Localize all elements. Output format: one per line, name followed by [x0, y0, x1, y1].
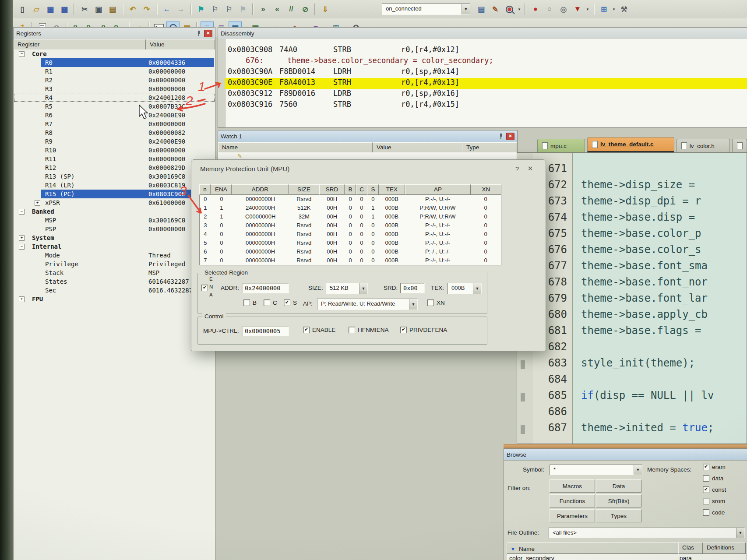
code-line-671[interactable]: 671 — [517, 162, 747, 179]
mpu-region-row-0[interactable]: 0000000000HRsrvd00H000000BP:-/-, U:-/-0 — [200, 195, 501, 204]
mpu-region-row-2[interactable]: 21C0000000H32M00H001000BP:R/W, U:R/W0 — [200, 212, 501, 221]
code-line-677[interactable]: 677 theme->base.font_sma — [517, 260, 747, 276]
collapse-icon[interactable]: − — [19, 244, 25, 250]
mpu-region-row-3[interactable]: 3000000000HRsrvd00H000000BP:-/-, U:-/-0 — [200, 221, 501, 230]
edit-brush-icon[interactable]: ✎ — [489, 3, 502, 16]
mpu-region-row-5[interactable]: 5000000000HRsrvd00H000000BP:-/-, U:-/-0 — [200, 239, 501, 247]
memspace-code-checkbox[interactable]: code — [703, 509, 725, 516]
code-line-680[interactable]: 680 theme->base.apply_cb — [517, 308, 747, 324]
register-row-States[interactable]: States60164632287 — [14, 277, 215, 286]
file-outline-combo[interactable]: <all files> ▼ — [549, 528, 745, 538]
tex-combo[interactable]: 000B ▼ — [447, 283, 482, 294]
control-privdefena-checkbox[interactable]: ✔PRIVDEFENA — [400, 327, 447, 333]
region-enable-checkbox[interactable]: ✔ — [201, 285, 208, 291]
disassembly-line[interactable]: 0x0803C912F89D0016LDRBr0,[sp,#0x16] — [225, 89, 747, 100]
flag-c-checkbox[interactable]: C — [264, 299, 277, 306]
editor-code-area[interactable]: 671 672 theme->disp_size = 673 theme->di… — [517, 152, 747, 444]
options-icon[interactable]: ▤ — [475, 3, 488, 16]
disassembly-source-line[interactable]: 676:theme->base.color_secondary = color_… — [225, 56, 747, 67]
indent-right-icon[interactable]: » — [257, 3, 270, 16]
close-icon[interactable]: ✕ — [506, 133, 514, 140]
register-row-R13-SP[interactable]: R13 (SP)0x300169C8 — [14, 172, 215, 181]
save-all-icon[interactable]: ▩ — [58, 3, 71, 16]
code-line-683[interactable]: 683 style_init(theme); — [517, 357, 747, 373]
memspace-srom-checkbox[interactable]: srom — [703, 498, 725, 504]
code-line-673[interactable]: 673 theme->disp_dpi = r — [517, 195, 747, 211]
register-row-R1[interactable]: R10x00000000 — [14, 67, 215, 76]
register-row-Internal[interactable]: −Internal — [14, 242, 215, 251]
comment-icon[interactable]: // — [285, 3, 298, 16]
register-row-R12[interactable]: R120x0000829D — [14, 163, 215, 172]
code-line-687[interactable]: 687 theme->inited = true; — [517, 422, 747, 438]
register-row-xPSR[interactable]: +xPSR0x61000000 — [14, 198, 215, 207]
disassembly-line[interactable]: ►0x0803C90EF8A40013STRHr0,[r4,#0x13] — [225, 78, 747, 89]
close-icon[interactable]: ✕ — [524, 165, 537, 173]
tab-lv_theme_default-c[interactable]: lv_theme_default.c — [587, 137, 674, 152]
bookmark-prev-icon[interactable]: ⚐ — [208, 3, 222, 16]
copy-icon[interactable]: ▣ — [92, 3, 105, 16]
mpu-dialog-titlebar[interactable]: Memory Protection Unit (MPU) ? ✕ — [191, 160, 546, 177]
close-icon[interactable]: ✕ — [204, 30, 212, 37]
tools-wrench-icon[interactable]: ⚒ — [617, 3, 631, 16]
register-row-R6[interactable]: R60x24000E90 — [14, 111, 215, 120]
collapse-icon[interactable]: − — [19, 51, 25, 57]
chevron-down-icon[interactable]: ▼ — [462, 4, 470, 14]
register-row-MSP[interactable]: MSP0x300169C8 — [14, 216, 215, 225]
expand-icon[interactable]: + — [19, 296, 25, 302]
register-row-Mode[interactable]: ModeThread — [14, 251, 215, 260]
target-select[interactable]: on_connected ▼ — [382, 4, 470, 15]
register-row-System[interactable]: +System — [14, 233, 215, 242]
browse-definitions-column[interactable]: Definitions — [703, 542, 746, 554]
disassembly-view[interactable]: 0x0803C90874A0STRBr0,[r4,#0x12]676:theme… — [218, 39, 747, 127]
mpu-region-row-7[interactable]: 7000000000HRsrvd00H000000BP:-/-, U:-/-0 — [200, 256, 501, 265]
bookmark-clear-icon[interactable]: ⚑ — [236, 3, 250, 16]
disassembly-line[interactable]: 0x0803C90AF8BD0014LDRHr0,[sp,#0x14] — [225, 67, 747, 78]
mpu-region-row-4[interactable]: 4000000000HRsrvd00H000000BP:-/-, U:-/-0 — [200, 230, 501, 239]
addr-input[interactable]: 0x24000000 — [242, 283, 289, 293]
filter-sfr-bits--button[interactable]: Sfr(Bits) — [596, 494, 641, 507]
mpu-region-row-1[interactable]: 1124000000H512K00H001000BP:R/W, U:R/W0 — [200, 204, 501, 212]
disassembly-line[interactable]: 0x0803C9167560STRBr0,[r4,#0x15] — [225, 100, 747, 111]
chevron-down-icon[interactable]: ▼ — [634, 465, 642, 475]
breakpoint-kill-icon[interactable]: ▼ — [571, 3, 584, 16]
navigate-back-icon[interactable]: ← — [160, 3, 173, 16]
load-application-icon[interactable]: ⇓ — [319, 3, 332, 16]
collapse-icon[interactable]: − — [19, 209, 25, 215]
expand-icon[interactable]: + — [19, 235, 25, 241]
control-enable-checkbox[interactable]: ✔ENABLE — [303, 327, 335, 333]
undo-icon[interactable]: ↶ — [126, 3, 139, 16]
browse-name-column[interactable]: ▼Name — [507, 542, 678, 554]
filter-functions-button[interactable]: Functions — [550, 494, 595, 507]
register-row-PSP[interactable]: PSP0x00000000 — [14, 225, 215, 233]
redo-icon[interactable]: ↷ — [140, 3, 153, 16]
bookmark-next-icon[interactable]: ⚐ — [222, 3, 236, 16]
register-row-R4[interactable]: R40x24001208 — [14, 93, 215, 102]
xn-checkbox[interactable]: XN — [427, 299, 445, 306]
register-row-R2[interactable]: R20x00000000 — [14, 76, 215, 85]
register-row-R3[interactable]: R30x00000000 — [14, 85, 215, 93]
save-icon[interactable]: ▦ — [44, 3, 57, 16]
register-row-Core[interactable]: −Core — [14, 49, 215, 58]
code-line-676[interactable]: 676 theme->base.color_s — [517, 243, 747, 260]
browse-class-column[interactable]: Clas — [678, 542, 703, 554]
register-row-Stack[interactable]: StackMSP — [14, 268, 215, 277]
register-row-R14-LR[interactable]: R14 (LR)0x0803C819 — [14, 181, 215, 190]
memspace-eram-checkbox[interactable]: ✔eram — [703, 464, 726, 470]
flag-b-checkbox[interactable]: B — [243, 299, 257, 306]
register-row-R5[interactable]: R50x0807B32C — [14, 102, 215, 111]
pin-icon[interactable] — [497, 133, 504, 140]
register-row-Banked[interactable]: −Banked — [14, 207, 215, 216]
code-line-686[interactable]: 686 — [517, 405, 747, 422]
code-line-675[interactable]: 675 theme->base.color_p — [517, 227, 747, 243]
code-line-674[interactable]: 674 theme->base.disp = — [517, 211, 747, 227]
cut-icon[interactable]: ✂ — [78, 3, 91, 16]
uncomment-icon[interactable]: ⊘ — [299, 3, 312, 16]
register-row-Sec[interactable]: Sec6016.46322870 — [14, 286, 215, 295]
register-row-R11[interactable]: R110x00000000 — [14, 155, 215, 163]
find-in-files-icon[interactable] — [503, 3, 516, 16]
chevron-down-icon[interactable]: ▼ — [736, 528, 744, 538]
tab-mpu-c[interactable]: mpu.c — [537, 139, 585, 152]
window-layout-icon[interactable]: ⊞ — [597, 3, 610, 16]
control-hfnmiena-checkbox[interactable]: HFNMIENA — [349, 327, 389, 333]
register-row-FPU[interactable]: +FPU — [14, 295, 215, 303]
